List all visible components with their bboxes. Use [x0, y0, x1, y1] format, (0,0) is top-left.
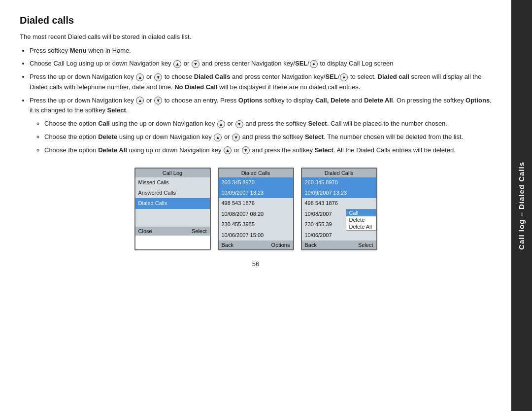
nav-sel-icon: ●: [310, 60, 318, 68]
sub-bullet-list: Choose the option Call using the up or d…: [44, 119, 492, 155]
bullet-list: Press softkey Menu when in Home. Choose …: [30, 46, 492, 156]
bullet-3: Press the up or down Navigation key ▲ or…: [30, 72, 492, 93]
screen3-footer-right: Select: [358, 242, 373, 248]
page-title: Dialed calls: [20, 15, 492, 26]
screen3: Dialed Calls 260 345 8970 10/09/2007 13:…: [301, 168, 377, 250]
nav-up-icon2: ▲: [136, 73, 144, 81]
screen1: Call Log Missed Calls Answered Calls Dia…: [134, 168, 211, 250]
screen2-row1: 260 345 8970: [219, 177, 293, 188]
screen3-row3: 498 543 1876: [302, 198, 376, 208]
screen3-row1: 260 345 8970: [302, 177, 376, 188]
screen3-header: Dialed Calls: [302, 169, 376, 177]
sidebar-tab-label: Call log – Dialed Calls: [517, 162, 527, 250]
screen2-row5: 230 455 3985: [219, 219, 293, 230]
screen2-header: Dialed Calls: [219, 169, 293, 177]
screen2-footer-left: Back: [222, 242, 233, 248]
context-menu-delete-all[interactable]: Delete All: [346, 223, 376, 230]
sub-bullet-1: Choose the option Call using the up or d…: [44, 119, 492, 129]
bullet-2: Choose Call Log using up or down Navigat…: [30, 59, 492, 69]
screen1-row3: Dialed Calls: [135, 198, 210, 208]
screen2: Dialed Calls 260 345 8970 10/09/2007 13:…: [218, 168, 294, 250]
screen3-footer: Back Select: [302, 240, 376, 249]
nav-sel-icon2: ●: [340, 73, 348, 81]
screen1-row1: Missed Calls: [135, 177, 210, 188]
screen3-row6: 10/06/2007: [302, 230, 376, 240]
nav-down-sub3: ▼: [242, 146, 250, 154]
intro-text: The most recent Dialed calls will be sto…: [20, 32, 492, 42]
nav-down-sub2: ▼: [232, 134, 240, 141]
screen1-footer-right: Select: [192, 228, 207, 234]
screen3-body: 260 345 8970 10/09/2007 13:23 498 543 18…: [302, 177, 376, 240]
nav-up-icon: ▲: [173, 60, 181, 68]
screen1-body: Missed Calls Answered Calls Dialed Calls: [135, 177, 210, 227]
sub-bullet-3: Choose the option Delete All using up or…: [44, 145, 492, 156]
nav-up-icon3: ▲: [136, 97, 144, 104]
page-number: 56: [20, 260, 492, 268]
sidebar-tab: Call log – Dialed Calls: [511, 0, 532, 411]
screen1-header: Call Log: [135, 169, 210, 177]
screen2-footer: Back Options: [219, 240, 293, 249]
screen1-footer: Close Select: [135, 227, 210, 236]
nav-up-sub2: ▲: [214, 134, 222, 141]
screen3-footer-left: Back: [305, 242, 317, 248]
screen3-row4-wrap: 10/08/2007 Call Delete Delete All: [302, 209, 376, 219]
sub-bullet-2: Choose the option Delete using up or dow…: [44, 132, 492, 142]
bullet-4: Press the up or down Navigation key ▲ or…: [30, 96, 492, 156]
screen2-row6: 10/06/2007 15:00: [219, 230, 293, 240]
nav-down-icon2: ▼: [154, 73, 162, 81]
screen3-row2: 10/09/2007 13:23: [302, 188, 376, 198]
screen2-row4: 10/08/2007 08:20: [219, 209, 293, 219]
screen2-body: 260 345 8970 10/09/2007 13:23 498 543 18…: [219, 177, 293, 240]
context-menu-delete[interactable]: Delete: [346, 216, 376, 223]
context-menu-call[interactable]: Call: [346, 209, 376, 216]
screens-row: Call Log Missed Calls Answered Calls Dia…: [20, 168, 492, 250]
nav-up-sub3: ▲: [224, 146, 232, 154]
screen1-row2: Answered Calls: [135, 188, 210, 198]
nav-down-icon3: ▼: [154, 97, 162, 104]
screen2-row3: 498 543 1876: [219, 198, 293, 208]
nav-down-icon: ▼: [192, 60, 200, 68]
nav-down-sub1: ▼: [235, 120, 243, 128]
screen2-row2: 10/09/2007 13:23: [219, 188, 293, 198]
screen1-footer-left: Close: [138, 228, 152, 234]
bullet-1: Press softkey Menu when in Home.: [30, 46, 492, 56]
screen2-footer-right: Options: [271, 242, 290, 248]
nav-up-sub1: ▲: [217, 120, 225, 128]
context-menu: Call Delete Delete All: [346, 209, 376, 231]
main-content: Dialed calls The most recent Dialed call…: [0, 0, 511, 411]
